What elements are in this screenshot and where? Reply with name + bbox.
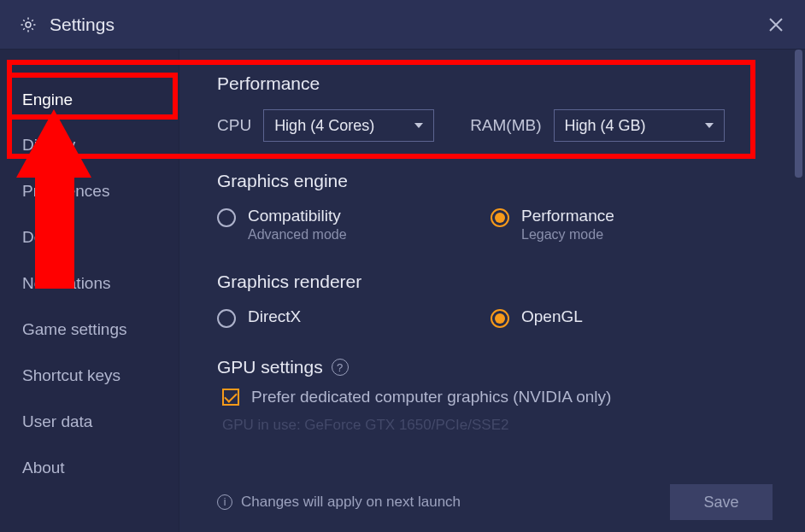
radio-label: Performance	[521, 207, 614, 225]
radio-label: DirectX	[248, 307, 301, 326]
gpu-checkbox-label: Prefer dedicated computer graphics (NVID…	[251, 388, 611, 406]
gpu-in-use-text: GPU in use: GeForce GTX 1650/PCIe/SSE2	[217, 417, 776, 434]
graphics-engine-heading: Graphics engine	[217, 171, 776, 191]
radio-icon	[491, 309, 509, 328]
ram-dropdown-value: High (4 GB)	[565, 117, 646, 135]
radio-icon	[491, 208, 509, 227]
sidebar: Engine Display Preferences Device Notifi…	[0, 50, 179, 532]
header-left: Settings	[19, 15, 115, 35]
sidebar-item-label: About	[22, 459, 65, 476]
sidebar-item-label: Device	[22, 228, 72, 246]
graphics-renderer-heading: Graphics renderer	[217, 272, 776, 292]
radio-opengl[interactable]: OpenGL	[491, 307, 764, 328]
sidebar-item-label: User data	[22, 412, 92, 430]
radio-label: OpenGL	[521, 307, 583, 326]
sidebar-item-label: Notifications	[22, 274, 111, 292]
radio-performance[interactable]: Performance Legacy mode	[491, 207, 764, 243]
cpu-dropdown[interactable]: High (4 Cores)	[263, 109, 434, 142]
gpu-settings-heading-row: GPU settings ?	[217, 357, 776, 377]
sidebar-item-device[interactable]: Device	[0, 214, 179, 260]
save-button[interactable]: Save	[670, 484, 773, 520]
radio-sublabel: Advanced mode	[248, 227, 347, 243]
gpu-checkbox-row[interactable]: Prefer dedicated computer graphics (NVID…	[217, 388, 776, 406]
chevron-down-icon	[414, 123, 423, 128]
chevron-down-icon	[705, 123, 714, 128]
svg-point-0	[26, 22, 31, 27]
scrollbar[interactable]	[795, 50, 802, 476]
footer-info: i Changes will apply on next launch	[217, 494, 461, 511]
radio-directx[interactable]: DirectX	[217, 307, 491, 328]
cpu-dropdown-value: High (4 Cores)	[274, 117, 374, 135]
sidebar-item-label: Display	[22, 136, 75, 154]
active-tab-underline	[22, 114, 72, 117]
sidebar-item-game-settings[interactable]: Game settings	[0, 307, 179, 353]
radio-icon	[217, 208, 236, 227]
settings-header: Settings	[0, 0, 805, 50]
sidebar-item-notifications[interactable]: Notifications	[0, 260, 179, 307]
checkbox-icon	[222, 389, 239, 406]
sidebar-item-preferences[interactable]: Preferences	[0, 168, 179, 214]
sidebar-item-user-data[interactable]: User data	[0, 399, 179, 445]
radio-sublabel: Legacy mode	[521, 227, 614, 243]
gear-icon	[19, 15, 38, 34]
body: Engine Display Preferences Device Notifi…	[0, 50, 805, 532]
help-icon[interactable]: ?	[332, 359, 349, 376]
sidebar-item-label: Engine	[22, 91, 73, 108]
sidebar-item-label: Preferences	[22, 182, 109, 200]
scrollbar-thumb[interactable]	[795, 50, 802, 178]
performance-heading: Performance	[217, 73, 776, 94]
close-icon[interactable]	[762, 11, 790, 38]
sidebar-item-display[interactable]: Display	[0, 122, 179, 168]
ram-label: RAM(MB)	[470, 116, 541, 135]
sidebar-item-label: Shortcut keys	[22, 366, 120, 384]
gpu-settings-heading: GPU settings	[217, 357, 323, 377]
sidebar-item-about[interactable]: About	[0, 445, 179, 491]
graphics-engine-options: Compatibility Advanced mode Performance …	[217, 207, 776, 243]
page-title: Settings	[50, 15, 115, 35]
main-panel: Performance CPU High (4 Cores) RAM(MB) H…	[179, 50, 805, 532]
ram-dropdown[interactable]: High (4 GB)	[554, 109, 725, 142]
graphics-renderer-options: DirectX OpenGL	[217, 307, 776, 328]
performance-row: CPU High (4 Cores) RAM(MB) High (4 GB)	[217, 109, 776, 142]
radio-compatibility[interactable]: Compatibility Advanced mode	[217, 207, 491, 243]
footer: i Changes will apply on next launch Save	[179, 472, 805, 532]
footer-info-text: Changes will apply on next launch	[241, 494, 461, 511]
radio-label: Compatibility	[248, 207, 347, 225]
sidebar-item-shortcut-keys[interactable]: Shortcut keys	[0, 353, 179, 399]
cpu-label: CPU	[217, 116, 251, 135]
sidebar-item-label: Game settings	[22, 320, 127, 338]
radio-icon	[217, 309, 236, 328]
info-icon: i	[217, 494, 232, 510]
